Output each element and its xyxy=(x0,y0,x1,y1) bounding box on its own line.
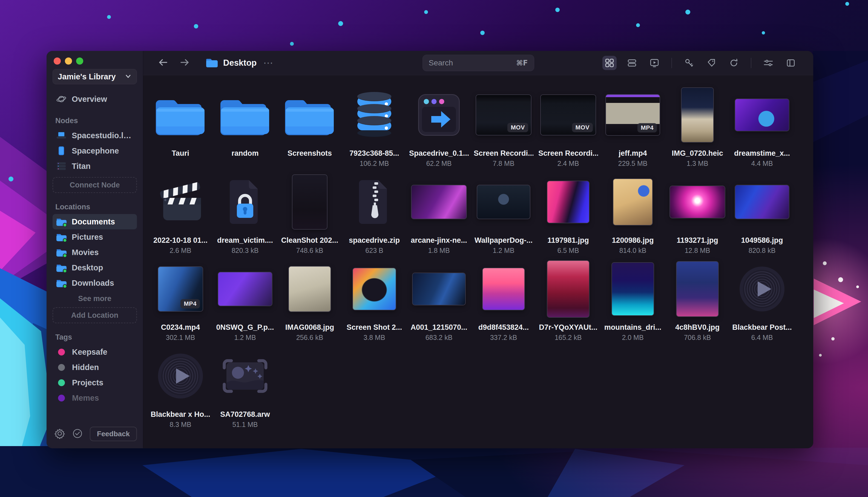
format-badge: MP4 xyxy=(180,299,200,309)
search-input[interactable]: Search ⌘F xyxy=(422,55,534,71)
file-thumbnail xyxy=(547,260,589,318)
file-item[interactable]: Blackbear Post...6.4 MB xyxy=(730,259,794,346)
zoom-button[interactable] xyxy=(76,57,83,65)
file-name: spacedrive.zip xyxy=(349,236,400,245)
sidebar-item-spacestudio-loc[interactable]: Spacestudio.loc... xyxy=(53,128,137,143)
library-selector[interactable]: Jamie's Library xyxy=(53,69,137,84)
sidebar-item-spacephone[interactable]: Spacephone xyxy=(53,143,137,158)
window-controls xyxy=(54,57,137,65)
file-item[interactable]: IMAG0068.jpg256.6 kB xyxy=(277,259,342,346)
file-name: WallpaperDog-... xyxy=(475,236,533,245)
raw-image-icon xyxy=(221,357,269,395)
sidebar-item-overview[interactable]: Overview xyxy=(53,91,137,107)
sidebar-item-titan[interactable]: Titan xyxy=(53,158,137,174)
grid-view-button[interactable] xyxy=(602,56,617,70)
minimize-button[interactable] xyxy=(65,57,72,65)
file-item[interactable]: Screenshots xyxy=(277,85,342,172)
file-size: 302.1 MB xyxy=(166,333,195,342)
file-item[interactable]: IMG_0720.heic1.3 MB xyxy=(665,85,730,172)
file-item[interactable]: A001_1215070...683.2 kB xyxy=(407,259,471,346)
file-item[interactable]: random xyxy=(213,85,277,172)
tag-label: Keepsafe xyxy=(72,347,107,357)
file-item[interactable]: CleanShot 202...748.6 kB xyxy=(277,172,342,259)
tags-list: Keepsafe Hidden Projects Memes xyxy=(53,344,137,406)
file-item[interactable]: 4c8hBV0.jpg706.8 kB xyxy=(665,259,730,346)
breadcrumb[interactable]: Desktop ⋯ xyxy=(206,57,274,69)
file-item[interactable]: 1197981.jpg6.5 MB xyxy=(536,172,601,259)
file-item[interactable]: Screen Shot 2...3.8 MB xyxy=(342,259,407,346)
connect-node-button[interactable]: Connect Node xyxy=(53,177,137,193)
file-icon xyxy=(221,357,269,395)
file-item[interactable]: 0NSWQ_G_P.p...1.2 MB xyxy=(213,259,277,346)
file-item[interactable]: dreamstime_x...4.4 MB xyxy=(730,85,794,172)
format-badge: MP4 xyxy=(638,123,657,132)
file-thumbnail xyxy=(676,261,719,317)
file-size: 6.5 MB xyxy=(557,246,579,255)
file-thumbnail xyxy=(681,87,714,143)
file-item[interactable]: 2022-10-18 01...2.6 MB xyxy=(148,172,213,259)
tag-color-dot xyxy=(58,349,65,355)
file-item[interactable]: d9d8f453824...337.2 kB xyxy=(471,259,536,346)
file-grid: Tauri random Screenshots 7923c368-85...1… xyxy=(148,85,813,433)
toolbar-divider xyxy=(671,58,672,68)
file-item[interactable]: MP4jeff.mp4229.5 MB xyxy=(601,85,665,172)
sidebar-item-desktop[interactable]: Desktop xyxy=(53,260,137,275)
sidebar-item-downloads[interactable]: Downloads xyxy=(53,275,137,290)
file-item[interactable]: 1200986.jpg814.0 kB xyxy=(601,172,665,259)
sidebar-item-pictures[interactable]: Pictures xyxy=(53,229,137,245)
sidebar-item-documents[interactable]: Documents xyxy=(53,214,137,229)
sidebar-item-movies[interactable]: Movies xyxy=(53,245,137,260)
key-icon[interactable] xyxy=(682,56,696,70)
sidebar-tag-memes[interactable]: Memes xyxy=(53,390,137,406)
file-size: 106.2 MB xyxy=(360,159,389,168)
file-item[interactable]: dream_victim....820.3 kB xyxy=(213,172,277,259)
file-size: 62.2 MB xyxy=(426,159,451,168)
forward-button[interactable] xyxy=(179,58,190,68)
file-item[interactable]: MP4C0234.mp4302.1 MB xyxy=(148,259,213,346)
list-view-button[interactable] xyxy=(625,56,639,70)
media-view-button[interactable] xyxy=(647,56,661,70)
add-location-button[interactable]: Add Location xyxy=(53,307,137,323)
see-more-link[interactable]: See more xyxy=(53,295,137,303)
file-item[interactable]: SA702768.arw51.1 MB xyxy=(213,346,277,433)
file-size: 1.3 MB xyxy=(686,159,708,168)
file-name: CleanShot 202... xyxy=(281,236,338,245)
file-name: jeff.mp4 xyxy=(618,149,647,158)
file-name: mountains_dri... xyxy=(604,323,661,332)
sidebar-item-label: Movies xyxy=(72,248,99,257)
file-item[interactable]: 1049586.jpg820.8 kB xyxy=(730,172,794,259)
sidebar-tag-projects[interactable]: Projects xyxy=(53,375,137,390)
back-button[interactable] xyxy=(157,58,168,68)
file-item[interactable]: Tauri xyxy=(148,85,213,172)
tag-icon[interactable] xyxy=(704,56,718,70)
settings-icon[interactable] xyxy=(54,428,65,440)
file-size: 1.8 MB xyxy=(428,246,450,255)
file-item[interactable]: mountains_dri...2.0 MB xyxy=(601,259,665,346)
tag-color-dot xyxy=(58,395,65,401)
sidebar-tag-keepsafe[interactable]: Keepsafe xyxy=(53,344,137,360)
filters-icon[interactable] xyxy=(761,56,775,70)
file-item[interactable]: Spacedrive_0.1...62.2 MB xyxy=(407,85,471,172)
topbar: Desktop ⋯ Search ⌘F xyxy=(143,51,813,75)
inspector-panel-icon[interactable] xyxy=(784,56,798,70)
sidebar-tag-hidden[interactable]: Hidden xyxy=(53,360,137,375)
file-thumbnail: MOV xyxy=(476,95,531,136)
folder-location-icon xyxy=(56,248,67,257)
tag-color-dot xyxy=(58,379,65,386)
file-name: IMAG0068.jpg xyxy=(285,323,334,332)
file-name: C0234.mp4 xyxy=(161,323,200,332)
file-item[interactable]: arcane-jinx-ne...1.8 MB xyxy=(407,172,471,259)
file-item[interactable]: Blackbear x Ho...8.3 MB xyxy=(148,346,213,433)
file-item[interactable]: MOVScreen Recordi...2.4 MB xyxy=(536,85,601,172)
check-circle-icon[interactable] xyxy=(72,428,83,440)
file-item[interactable]: 1193271.jpg12.8 MB xyxy=(665,172,730,259)
file-item[interactable]: D7r-YQoXYAUt...165.2 kB xyxy=(536,259,601,346)
file-item[interactable]: MOVScreen Recordi...7.8 MB xyxy=(471,85,536,172)
file-name: 1200986.jpg xyxy=(612,236,654,245)
file-item[interactable]: WallpaperDog-...1.2 MB xyxy=(471,172,536,259)
file-item[interactable]: 7923c368-85...106.2 MB xyxy=(342,85,407,172)
close-button[interactable] xyxy=(54,57,61,65)
refresh-icon[interactable] xyxy=(727,56,741,70)
feedback-button[interactable]: Feedback xyxy=(90,427,137,441)
file-item[interactable]: spacedrive.zip623 B xyxy=(342,172,407,259)
